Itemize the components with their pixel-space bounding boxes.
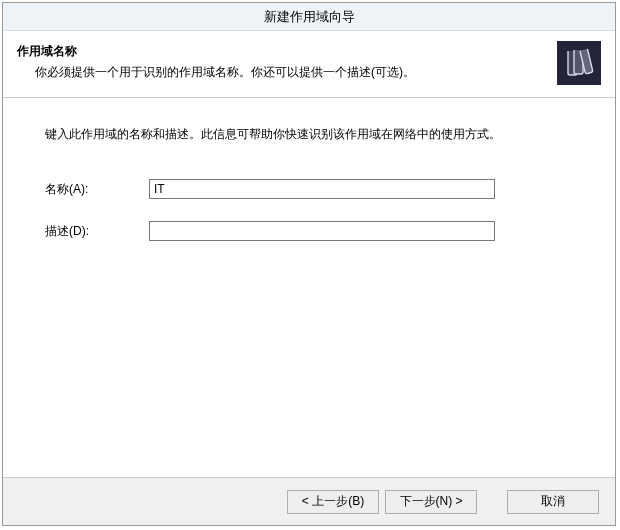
wizard-icon bbox=[557, 41, 601, 85]
name-label: 名称(A): bbox=[45, 181, 149, 198]
titlebar: 新建作用域向导 bbox=[3, 3, 615, 31]
name-row: 名称(A): bbox=[45, 179, 581, 199]
wizard-content: 键入此作用域的名称和描述。此信息可帮助你快速识别该作用域在网络中的使用方式。 名… bbox=[3, 98, 615, 477]
window-title: 新建作用域向导 bbox=[264, 8, 355, 26]
description-label: 描述(D): bbox=[45, 223, 149, 240]
header-text: 作用域名称 你必须提供一个用于识别的作用域名称。你还可以提供一个描述(可选)。 bbox=[17, 41, 549, 81]
books-icon bbox=[562, 46, 596, 80]
description-input[interactable] bbox=[149, 221, 495, 241]
back-button[interactable]: < 上一步(B) bbox=[287, 490, 379, 514]
instruction-text: 键入此作用域的名称和描述。此信息可帮助你快速识别该作用域在网络中的使用方式。 bbox=[45, 126, 581, 143]
header-title: 作用域名称 bbox=[17, 43, 549, 60]
next-button[interactable]: 下一步(N) > bbox=[385, 490, 477, 514]
header-subtitle: 你必须提供一个用于识别的作用域名称。你还可以提供一个描述(可选)。 bbox=[17, 64, 549, 81]
description-row: 描述(D): bbox=[45, 221, 581, 241]
wizard-header: 作用域名称 你必须提供一个用于识别的作用域名称。你还可以提供一个描述(可选)。 bbox=[3, 31, 615, 98]
name-input[interactable] bbox=[149, 179, 495, 199]
wizard-footer: < 上一步(B) 下一步(N) > 取消 bbox=[3, 477, 615, 525]
wizard-window: 新建作用域向导 作用域名称 你必须提供一个用于识别的作用域名称。你还可以提供一个… bbox=[2, 2, 616, 526]
cancel-button[interactable]: 取消 bbox=[507, 490, 599, 514]
